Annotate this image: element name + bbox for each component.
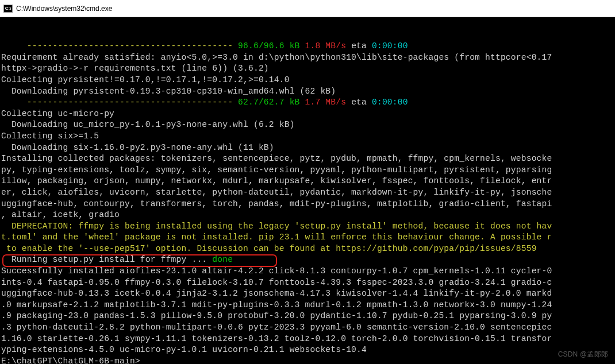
terminal-line: Collecting uc-micro-py [1,109,615,120]
terminal-text-segment: httpx->gradio->-r requirements.txt (line… [1,64,269,73]
terminal-line: Installing collected packages: tokenizer… [1,153,615,165]
terminal-line: ----------------------------------------… [1,41,615,52]
terminal-text-segment: 96.6/96.6 kB [238,41,300,51]
terminal-text-segment: uggingface-hub, contourpy, transformers,… [1,199,552,208]
terminal-text-segment: Running setup.py install for ffmpy ... [1,255,212,264]
terminal-text-segment: to enable the '--use-pep517' option. Dis… [1,244,537,253]
terminal-line: Downloading pyrsistent-0.19.3-cp310-cp31… [1,86,615,98]
window-titlebar[interactable]: C:\ C:\Windows\system32\cmd.exe [0,0,615,17]
terminal-line: Collecting pyrsistent!=0.17.0,!=0.17.1,!… [1,75,615,86]
terminal-text-segment: Installing collected packages: tokenizer… [1,154,552,163]
terminal-line: Downloading six-1.16.0-py2.py3-none-any.… [1,142,615,154]
terminal-text-segment [300,98,305,107]
terminal-text-segment: .9 packaging-23.0 pandas-1.5.3 pillow-9.… [1,311,552,320]
terminal-text-segment: yping-extensions-4.5.0 uc-micro-py-1.0.1… [1,345,367,354]
terminal-text-segment: eta [346,98,372,107]
terminal-line: to enable the '--use-pep517' option. Dis… [1,243,615,255]
terminal-text-segment: Downloading six-1.16.0-py2.py3-none-any.… [1,143,274,152]
terminal-line: .0 markupsafe-2.1.2 matplotlib-3.7.1 mdi… [1,300,615,311]
terminal-text-segment: Requirement already satisfied: anyio<5.0… [1,53,552,62]
terminal-text-segment: Collecting uc-micro-py [1,109,114,118]
terminal-text-segment: Successfully installed aiofiles-23.1.0 a… [1,266,552,276]
terminal-text-segment: done [212,255,233,264]
terminal-text-segment: Collecting pyrsistent!=0.17.0,!=0.17.1,!… [1,75,290,84]
terminal-text-segment: py, typing-extensions, toolz, sympy, six… [1,165,552,175]
terminal-text-segment: er, click, aiofiles, uvicorn, starlette,… [1,188,552,197]
terminal-line: Requirement already satisfied: anyio<5.0… [1,52,615,64]
terminal-line: er, click, aiofiles, uvicorn, starlette,… [1,187,615,199]
terminal-text-segment: t.toml' and the 'wheel' package is not i… [1,233,552,242]
terminal-text-segment [300,41,305,51]
terminal-line: 1.16.0 starlette-0.26.1 sympy-1.11.1 tok… [1,334,615,345]
terminal-line: Downloading uc_micro_py-1.0.1-py3-none-a… [1,119,615,131]
terminal-text-segment: illow, packaging, orjson, numpy, network… [1,176,552,185]
terminal-line: E:\chatGPT\ChatGLM-6B-main> [1,356,615,364]
terminal-line: httpx->gradio->-r requirements.txt (line… [1,63,615,75]
terminal-text-segment: Downloading pyrsistent-0.19.3-cp310-cp31… [1,87,336,96]
terminal-text-segment: ---------------------------------------- [1,98,238,107]
terminal-line: Running setup.py install for ffmpy ... d… [1,254,615,266]
terminal-text-segment: uggingface-hub-0.13.3 icetk-0.0.4 jinja2… [1,289,552,298]
terminal-text-segment: ints-0.4 fastapi-0.95.0 ffmpy-0.3.0 file… [1,278,552,287]
terminal-line: t.toml' and the 'wheel' package is not i… [1,232,615,243]
terminal-line: .3 python-dateutil-2.8.2 python-multipar… [1,322,615,334]
terminal-text-segment: 0:00:00 [372,41,408,51]
terminal-text-segment: Downloading uc_micro_py-1.0.1-py3-none-a… [1,120,295,129]
terminal-line: Successfully installed aiofiles-23.1.0 a… [1,266,615,277]
terminal-text-segment: 62.7/62.7 kB [238,98,300,107]
terminal-line: uggingface-hub, contourpy, transformers,… [1,199,615,210]
terminal-line: Collecting six>=1.5 [1,131,615,142]
terminal-line: DEPRECATION: ffmpy is being installed us… [1,221,615,233]
terminal-line: illow, packaging, orjson, numpy, network… [1,176,615,187]
terminal-line: .9 packaging-23.0 pandas-1.5.3 pillow-9.… [1,311,615,322]
terminal-text-segment: ---------------------------------------- [1,41,238,51]
terminal-text-segment: Collecting six>=1.5 [1,131,99,141]
terminal-line: uggingface-hub-0.13.3 icetk-0.0.4 jinja2… [1,288,615,300]
terminal-text-segment: DEPRECATION: ffmpy is being installed us… [1,222,552,231]
terminal-text-segment: .0 markupsafe-2.1.2 matplotlib-3.7.1 mdi… [1,300,552,309]
terminal-text-segment: 0:00:00 [372,98,408,107]
terminal-text-segment: 1.8 MB/s [305,41,347,51]
terminal-output[interactable]: ----------------------------------------… [0,17,615,364]
terminal-text-segment: .3 python-dateutil-2.8.2 python-multipar… [1,323,552,332]
terminal-line: , altair, icetk, gradio [1,210,615,221]
terminal-text-segment: 1.7 MB/s [305,98,347,107]
terminal-text-segment: , altair, icetk, gradio [1,210,120,219]
cmd-icon: C:\ [3,5,13,13]
terminal-text-segment: 1.16.0 starlette-0.26.1 sympy-1.11.1 tok… [1,334,552,343]
window-title: C:\Windows\system32\cmd.exe [16,5,112,13]
terminal-line: ints-0.4 fastapi-0.95.0 ffmpy-0.3.0 file… [1,277,615,289]
terminal-line: py, typing-extensions, toolz, sympy, six… [1,165,615,176]
terminal-text-segment: E:\chatGPT\ChatGLM-6B-main> [1,357,140,364]
terminal-text-segment: eta [346,41,372,51]
terminal-line: yping-extensions-4.5.0 uc-micro-py-1.0.1… [1,344,615,356]
terminal-line: ----------------------------------------… [1,97,615,109]
